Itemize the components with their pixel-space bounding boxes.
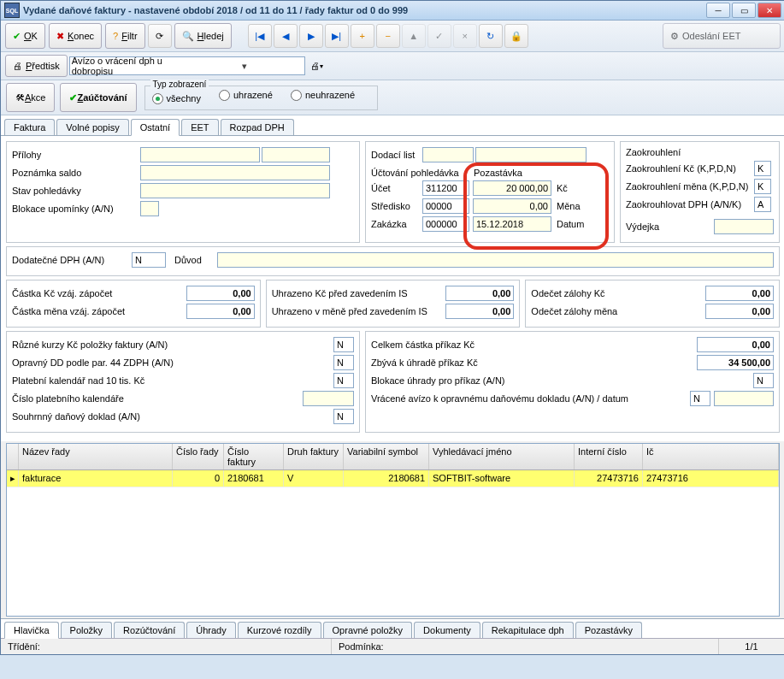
btab-kurzove[interactable]: Kurzové rozdíly	[238, 622, 321, 638]
fld-r3[interactable]: N	[333, 373, 354, 388]
akce-button[interactable]: 🛠Akce	[6, 83, 55, 112]
lbl-r5: Souhrnný daňový doklad (A/N)	[12, 411, 333, 422]
next-icon[interactable]: ▶	[299, 24, 323, 48]
fld-prilohy-2[interactable]	[262, 147, 330, 162]
tab-eet[interactable]: EET	[181, 119, 218, 135]
toolbar-pretisk: 🖨Předtisk Avízo o vrácení dph u dobropis…	[1, 52, 784, 80]
ok-button[interactable]: ✔OOKK	[5, 23, 45, 49]
lbl-r4: Číslo platebního kalendáře	[12, 393, 303, 404]
tab-rozpad-dph[interactable]: Rozpad DPH	[221, 119, 294, 135]
remove-icon[interactable]: −	[376, 24, 400, 48]
fld-r2[interactable]: N	[333, 355, 354, 370]
fld-b1[interactable]: 0,00	[445, 286, 514, 301]
fld-zaok-mena[interactable]: K	[754, 179, 771, 194]
col-jmeno[interactable]: Vyhledávací jméno	[429, 444, 575, 469]
minimize-button[interactable]: ─	[706, 3, 730, 18]
fld-c1[interactable]: 0,00	[705, 286, 774, 301]
prev-icon[interactable]: ◀	[274, 24, 298, 48]
lbl-mena: Měna	[557, 201, 581, 211]
col-ic[interactable]: Ič	[643, 444, 779, 469]
fld-duvod[interactable]	[217, 252, 774, 268]
edit-icon: ▲	[402, 24, 426, 48]
tab-faktura[interactable]: Faktura	[4, 119, 55, 135]
fld-s4[interactable]: N	[690, 391, 710, 406]
radio-neuhrazene[interactable]: neuhrazené	[291, 90, 355, 101]
first-icon[interactable]: |◀	[248, 24, 272, 48]
reload-icon[interactable]: ↻	[479, 24, 503, 48]
lbl-a2: Částka měna vzáj. zápočet	[12, 306, 186, 316]
predtisk-combo[interactable]: Avízo o vrácení dph u dobropisu▾	[69, 56, 305, 75]
fld-r5[interactable]: N	[333, 409, 354, 424]
btab-hlavicka[interactable]: Hlavička	[4, 622, 59, 639]
fld-stav[interactable]	[140, 183, 330, 198]
fld-r4[interactable]	[303, 391, 354, 406]
filtr-button[interactable]: ?Filtr	[105, 23, 144, 49]
maximize-button[interactable]: ▭	[732, 3, 756, 18]
fld-s1[interactable]: 0,00	[697, 337, 774, 352]
btab-pozast[interactable]: Pozastávky	[575, 622, 642, 638]
lbl-a1: Částka Kč vzáj. zápočet	[12, 288, 186, 298]
tab-volne-popisy[interactable]: Volné popisy	[56, 119, 128, 135]
btab-uhrady[interactable]: Úhrady	[186, 622, 235, 638]
cell-nazev: fakturace	[19, 470, 173, 487]
fld-dodaci-2[interactable]	[475, 147, 587, 162]
fld-b2[interactable]: 0,00	[445, 304, 514, 319]
fld-vydejka[interactable]	[714, 219, 774, 234]
zauctovani-button[interactable]: ✔Zaúčtování	[60, 83, 136, 112]
btab-dokumenty[interactable]: Dokumenty	[414, 622, 480, 638]
lbl-duvod: Důvod	[174, 255, 217, 265]
lbl-s1: Celkem částka příkaz Kč	[371, 340, 697, 350]
fld-pozast-mena[interactable]: 0,00	[473, 198, 551, 214]
refresh-icon[interactable]: ⟳	[148, 24, 172, 48]
grid-row[interactable]: ▸ fakturace 0 2180681 V 2180681 SOFTBIT-…	[7, 470, 779, 487]
col-nazev[interactable]: Název řady	[19, 444, 173, 469]
fld-s2[interactable]: 34 500,00	[697, 355, 774, 370]
fld-zaok-kc[interactable]: K	[754, 161, 771, 176]
fld-pozast-kc[interactable]: 20 000,00	[473, 180, 551, 196]
fld-s3[interactable]: N	[753, 373, 774, 388]
fld-a2[interactable]: 0,00	[186, 304, 255, 319]
print-icon[interactable]: 🖨▾	[306, 55, 328, 77]
predtisk-button[interactable]: 🖨Předtisk	[5, 55, 68, 77]
col-cislo-rady[interactable]: Číslo řady	[173, 444, 224, 469]
col-druh[interactable]: Druh faktury	[284, 444, 344, 469]
col-cislo-faktury[interactable]: Číslo faktury	[224, 444, 284, 469]
lock-icon[interactable]: 🔒	[504, 24, 528, 48]
fld-blokace[interactable]	[140, 201, 159, 216]
btab-polozky[interactable]: Položky	[61, 622, 113, 638]
fld-c2[interactable]: 0,00	[705, 304, 774, 319]
lbl-zaok-dph: Zaokrouhlovat DPH (A/N/K)	[626, 199, 754, 210]
btab-opravne[interactable]: Opravné položky	[323, 622, 413, 638]
col-vs[interactable]: Variabilní symbol	[344, 444, 429, 469]
konec-label: Konec	[68, 31, 94, 41]
eet-button[interactable]: ⚙Odeslání EET	[663, 23, 781, 49]
btab-rekap[interactable]: Rekapitulace dph	[482, 622, 574, 638]
close-button[interactable]: ✕	[757, 3, 781, 18]
radio-vsechny[interactable]: všechny	[152, 93, 201, 104]
fld-ucet[interactable]: 311200	[422, 180, 469, 196]
fld-stred[interactable]: 00000	[422, 198, 469, 214]
fld-prilohy-1[interactable]	[140, 147, 260, 162]
konec-button[interactable]: ✖Konec	[49, 23, 102, 49]
lbl-r2: Opravný DD podle par. 44 ZDPH (A/N)	[12, 357, 333, 368]
btab-rozuctovani[interactable]: Rozúčtování	[114, 622, 185, 638]
hledej-button[interactable]: 🔍Hledej	[174, 23, 232, 49]
col-int-cislo[interactable]: Interní číslo	[575, 444, 643, 469]
fld-a1[interactable]: 0,00	[186, 286, 255, 301]
radio-uhrazene[interactable]: uhrazené	[219, 90, 273, 101]
fld-s4-date[interactable]	[714, 391, 774, 406]
last-icon[interactable]: ▶|	[325, 24, 349, 48]
tab-ostatni[interactable]: Ostatní	[131, 119, 180, 136]
fld-pozast-datum[interactable]: 15.12.2018	[473, 216, 551, 232]
fld-zaok-dph[interactable]: A	[754, 197, 771, 212]
fld-dodaci-1[interactable]	[422, 147, 474, 162]
fld-poznamka[interactable]	[140, 165, 330, 180]
add-icon[interactable]: +	[351, 24, 374, 48]
chevron-down-icon: ▾	[187, 61, 303, 72]
fld-zak[interactable]: 000000	[422, 216, 469, 232]
fld-dod-dph[interactable]: N	[132, 252, 166, 268]
lbl-r1: Různé kurzy Kč položky faktury (A/N)	[12, 340, 333, 350]
lbl-dod-dph: Dodatečné DPH (A/N)	[12, 255, 132, 265]
fld-r1[interactable]: N	[333, 337, 354, 352]
bottom-tabs: Hlavička Položky Rozúčtování Úhrady Kurz…	[1, 618, 784, 638]
